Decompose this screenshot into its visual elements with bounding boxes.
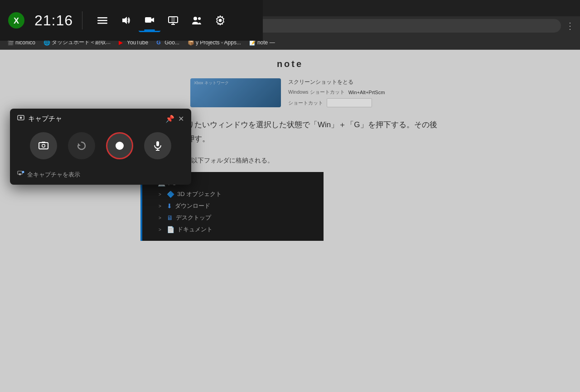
svg-rect-3 [97,20,107,21]
svg-point-16 [20,117,22,119]
svg-rect-20 [42,142,45,143]
svg-rect-9 [171,17,175,23]
svg-point-13 [198,17,201,20]
capture-title: キャプチャ [28,115,62,123]
xbox-friends-button[interactable] [186,9,208,32]
main-content: note Xbox ネットワーク スクリーンショットをとる Windows ショ… [0,50,580,392]
xbox-game-bar: X 21:16 [0,0,263,41]
svg-rect-2 [97,17,107,19]
capture-pin-button[interactable]: 📌 [165,115,174,123]
xbox-display-button[interactable] [162,9,184,32]
xbox-bar-main: X 21:16 [0,0,263,41]
xbox-logo: X [7,11,25,29]
xbox-icons [92,9,256,32]
more-button[interactable]: ⋮ [564,19,576,32]
capture-header-actions: 📌 ✕ [165,115,184,123]
capture-footer-icon [17,170,24,179]
capture-close-button[interactable]: ✕ [178,115,184,123]
svg-point-19 [43,145,45,147]
capture-footer[interactable]: 全キャプチャを表示 [10,167,191,185]
capture-buttons [10,127,191,167]
xbox-settings-button[interactable] [209,9,231,32]
record-dot [116,142,124,150]
capture-record-button[interactable] [106,132,133,159]
svg-marker-7 [151,18,154,22]
capture-header: キャプチャ 📌 ✕ [10,109,191,127]
svg-text:X: X [14,16,19,25]
svg-marker-21 [78,143,81,146]
svg-rect-6 [145,17,151,23]
svg-point-12 [193,17,197,20]
capture-title-area: キャプチャ [17,114,62,123]
capture-footer-label: 全キャプチャを表示 [27,171,80,179]
svg-rect-26 [19,173,21,175]
xbox-time: 21:16 [34,12,73,29]
capture-widget: キャプチャ 📌 ✕ [10,109,191,185]
xbox-list-button[interactable] [92,9,113,32]
xbox-record-button[interactable] [139,9,160,32]
svg-rect-22 [156,141,159,146]
xbox-divider [82,11,82,29]
xbox-volume-button[interactable] [115,9,137,32]
svg-rect-4 [97,23,107,24]
svg-marker-5 [122,17,127,24]
capture-mic-button[interactable] [144,132,171,159]
capture-gif-button[interactable] [68,132,95,159]
overlay-dim [0,50,580,392]
capture-icon [17,114,24,123]
capture-screenshot-button[interactable] [30,132,57,159]
svg-point-14 [219,19,222,22]
